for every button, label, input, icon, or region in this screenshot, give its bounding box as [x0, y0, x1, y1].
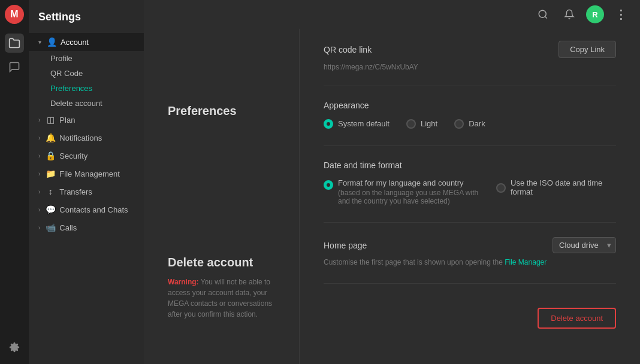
file-management-icon: 📁	[45, 169, 56, 178]
datetime-options: Format for my language and country (base…	[324, 178, 616, 205]
appearance-label: Appearance	[324, 101, 616, 110]
datetime-locale-label: Format for my language and country	[338, 178, 479, 187]
strip-icon-settings[interactable]	[5, 338, 24, 357]
homepage-subtitle: Customise the first page that is shown u…	[324, 258, 616, 266]
calls-icon: 📹	[45, 223, 56, 232]
strip-icon-folder[interactable]	[5, 34, 24, 53]
delete-account-section-label: Delete account	[168, 256, 287, 269]
user-avatar[interactable]: R	[586, 5, 604, 23]
chevron-calls: ›	[38, 225, 40, 231]
chevron-notifications: ›	[38, 135, 40, 141]
sidebar-item-transfers[interactable]: › ↕ Transfers	[29, 183, 144, 201]
radio-dark-dot	[454, 119, 464, 129]
chevron-account: ▾	[38, 39, 41, 46]
appearance-light[interactable]: Light	[406, 119, 437, 129]
app-logo[interactable]: M	[5, 5, 24, 24]
sidebar-item-contacts-chats[interactable]: › 💬 Contacts and Chats	[29, 201, 144, 219]
homepage-group: Home page Cloud drive Recent Photos Docu…	[324, 237, 616, 266]
svg-line-2	[545, 16, 547, 18]
chevron-file-management: ›	[38, 171, 40, 177]
sidebar: Settings ▾ 👤 Account Profile QR Code Pre…	[29, 0, 144, 364]
appearance-dark[interactable]: Dark	[454, 119, 485, 129]
appearance-system-default-label: System default	[338, 119, 390, 128]
appearance-dark-label: Dark	[469, 119, 485, 128]
datetime-iso[interactable]: Use the ISO date and time format	[496, 178, 616, 196]
datetime-locale[interactable]: Format for my language and country (base…	[324, 178, 479, 205]
divider-3	[324, 283, 616, 284]
datetime-iso-label: Use the ISO date and time format	[511, 178, 616, 196]
appearance-system-default[interactable]: System default	[324, 119, 390, 129]
settings-title: Settings	[29, 5, 144, 33]
radio-light-dot	[406, 119, 416, 129]
account-submenu: Profile QR Code Preferences Delete accou…	[29, 51, 144, 111]
divider-2	[324, 222, 616, 223]
preferences-section-label: Preferences	[168, 104, 287, 118]
notifications-icon: 🔔	[45, 133, 56, 142]
appearance-options: System default Light Dark	[324, 119, 616, 129]
sidebar-transfers-label: Transfers	[59, 187, 92, 196]
appearance-light-label: Light	[421, 119, 437, 128]
qr-code-row: QR code link Copy Link	[324, 41, 616, 58]
sidebar-item-account[interactable]: ▾ 👤 Account	[29, 33, 144, 51]
sidebar-item-plan[interactable]: › ◫ Plan	[29, 111, 144, 129]
more-icon[interactable]: ⋮	[611, 5, 630, 24]
qr-code-section: QR code link Copy Link https://mega.nz/C…	[324, 41, 616, 86]
radio-system-default-dot	[324, 119, 333, 129]
sidebar-contacts-chats-label: Contacts and Chats	[59, 205, 128, 214]
datetime-locale-text: Format for my language and country (base…	[338, 178, 479, 205]
search-icon[interactable]	[533, 5, 553, 24]
chevron-security: ›	[38, 153, 40, 159]
account-icon: 👤	[46, 37, 57, 47]
radio-locale-dot	[324, 180, 333, 190]
homepage-dropdown-wrapper: Cloud drive Recent Photos Documents	[553, 237, 616, 253]
chevron-plan: ›	[38, 117, 40, 123]
strip-icon-chat[interactable]	[5, 57, 24, 77]
homepage-select[interactable]: Cloud drive Recent Photos Documents	[553, 237, 616, 253]
file-manager-link[interactable]: File Manager	[505, 258, 547, 266]
delete-warning-text: Warning: You will not be able to access …	[168, 277, 287, 320]
copy-link-button[interactable]: Copy Link	[559, 41, 616, 58]
sidebar-notifications-label: Notifications	[59, 134, 102, 142]
sub-item-qr-code[interactable]: QR Code	[50, 66, 144, 81]
sub-item-preferences[interactable]: Preferences	[50, 81, 144, 96]
sidebar-item-calls[interactable]: › 📹 Calls	[29, 219, 144, 236]
datetime-label: Date and time format	[324, 160, 616, 170]
sidebar-file-management-label: File Management	[59, 169, 119, 178]
homepage-label: Home page	[324, 241, 367, 250]
chevron-contacts-chats: ›	[38, 207, 40, 213]
main-area: R ⋮ Preferences Delete account Warning: …	[144, 0, 640, 364]
datetime-group: Date and time format Format for my langu…	[324, 160, 616, 205]
homepage-row: Home page Cloud drive Recent Photos Docu…	[324, 237, 616, 253]
bell-icon[interactable]	[560, 5, 579, 24]
radio-iso-dot	[496, 183, 506, 193]
svg-point-1	[539, 10, 546, 17]
plan-icon: ◫	[45, 115, 56, 125]
sub-item-delete-account[interactable]: Delete account	[50, 96, 144, 111]
right-settings: QR code link Copy Link https://mega.nz/C…	[300, 29, 640, 364]
divider-1	[324, 145, 616, 146]
content-wrapper: Preferences Delete account Warning: You …	[144, 29, 640, 364]
sub-item-profile[interactable]: Profile	[50, 51, 144, 66]
sidebar-account-label: Account	[61, 38, 89, 47]
sidebar-plan-label: Plan	[59, 116, 75, 125]
sidebar-item-file-management[interactable]: › 📁 File Management	[29, 165, 144, 183]
topbar: R ⋮	[144, 0, 640, 29]
datetime-locale-sublabel: (based on the language you use MEGA with…	[338, 189, 479, 205]
warning-label: Warning:	[168, 278, 199, 286]
icon-strip: M	[0, 0, 29, 364]
appearance-group: Appearance System default Light Dark	[324, 101, 616, 129]
transfers-icon: ↕	[45, 187, 56, 196]
delete-button-container: Delete account	[324, 298, 616, 329]
security-icon: 🔒	[45, 151, 56, 160]
sidebar-security-label: Security	[59, 151, 87, 160]
qr-code-label: QR code link	[324, 45, 372, 54]
left-labels: Preferences Delete account Warning: You …	[144, 29, 300, 364]
delete-account-button[interactable]: Delete account	[538, 308, 616, 329]
sidebar-item-notifications[interactable]: › 🔔 Notifications	[29, 129, 144, 147]
qr-url: https://mega.nz/C/5wNxUbAY	[324, 63, 616, 71]
chevron-transfers: ›	[38, 189, 40, 195]
sidebar-item-security[interactable]: › 🔒 Security	[29, 147, 144, 165]
homepage-subtitle-pre: Customise the first page that is shown u…	[324, 258, 505, 266]
sidebar-calls-label: Calls	[59, 223, 77, 232]
contacts-chats-icon: 💬	[45, 205, 56, 214]
